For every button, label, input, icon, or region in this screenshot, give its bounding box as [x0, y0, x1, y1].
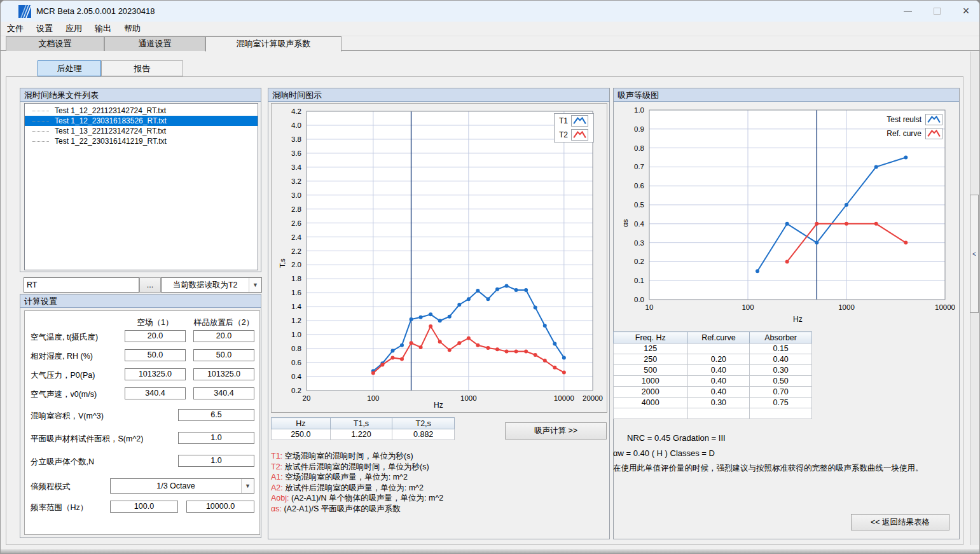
absorber-count-label: 分立吸声体个数,N [31, 457, 94, 467]
freq-range-to-field[interactable]: 10000.0 [186, 501, 254, 513]
calc-settings-form: 空场（1） 样品放置后（2） 空气温度, t(摄氏度) 20.0 20.0 相对… [24, 310, 260, 535]
svg-text:0.0: 0.0 [634, 296, 644, 303]
air-temp-field-2[interactable]: 20.0 [193, 330, 254, 342]
list-item[interactable]: Test 1_22_230316141219_RT.txt [25, 136, 258, 146]
menu-help[interactable]: 帮助 [118, 21, 147, 36]
svg-text:0.4: 0.4 [634, 220, 645, 228]
svg-text:10000: 10000 [935, 303, 955, 311]
list-item[interactable]: Test 1_13_221123142724_RT.txt [25, 126, 258, 136]
sample-area-field[interactable]: 1.0 [178, 432, 254, 444]
maximize-button[interactable] [922, 1, 951, 22]
col-header-refcurve: Ref.curve [687, 332, 750, 343]
svg-text:1.8: 1.8 [291, 275, 301, 282]
svg-text:0.8: 0.8 [291, 345, 301, 352]
absorber-count-field[interactable]: 1.0 [178, 455, 254, 467]
table-row: 250.0 1.220 0.882 [272, 429, 455, 440]
svg-text:2.0: 2.0 [291, 261, 301, 268]
svg-text:1.4: 1.4 [291, 303, 302, 310]
rating-chart-xlabel: Hz [793, 315, 803, 324]
table-row: 40000.300.75 [614, 398, 812, 408]
svg-text:3.6: 3.6 [291, 149, 301, 157]
humidity-label: 相对湿度, RH (%) [31, 351, 93, 362]
cell-t1: 1.220 [330, 429, 392, 440]
subtab-postprocess[interactable]: 后处理 [38, 60, 101, 76]
freq-range-from-field[interactable]: 100.0 [110, 501, 178, 513]
humidity-field-2[interactable]: 50.0 [193, 349, 254, 361]
advice-text: 在使用此单值评价量的时候，强烈建议与按照标准获得的完整的吸声系数曲线一块使用。 [613, 463, 923, 474]
humidity-field-1[interactable]: 50.0 [125, 349, 186, 361]
svg-text:0.2: 0.2 [291, 387, 301, 394]
list-item-selected[interactable]: Test 1_12_230316183526_RT.txt [25, 116, 258, 126]
svg-text:10: 10 [645, 303, 654, 311]
return-results-button[interactable]: << 返回结果表格 [851, 514, 949, 530]
collapse-left-icon: < [972, 251, 976, 258]
column-header-empty-room: 空场（1） [125, 317, 186, 328]
tab-page: 后处理 报告 混时间结果文件列表 Test 1_12_221123142724_… [3, 51, 979, 549]
list-item[interactable]: Test 1_12_221123142724_RT.txt [25, 106, 258, 116]
svg-text:1000: 1000 [838, 303, 855, 311]
sound-speed-field-1[interactable]: 340.4 [125, 387, 186, 399]
tree-branch-icon [32, 131, 49, 132]
pressure-field-1[interactable]: 101325.0 [125, 368, 186, 380]
tab-reverb-absorption[interactable]: 混响室计算吸声系数 [205, 36, 342, 52]
svg-text:0.4: 0.4 [291, 373, 302, 380]
column-header-with-sample: 样品放置后（2） [185, 317, 263, 328]
note-label: αs: [271, 504, 282, 513]
svg-text:2.6: 2.6 [291, 219, 301, 227]
tree-branch-icon [32, 121, 49, 121]
rating-legend-ref: Ref. curve [887, 127, 942, 140]
octave-mode-label: 倍频程模式 [31, 481, 71, 492]
browse-button[interactable]: ... [139, 277, 161, 293]
rating-legend-test: Test reulst [887, 113, 942, 126]
svg-text:1000: 1000 [460, 394, 477, 402]
menu-output[interactable]: 输出 [88, 21, 118, 36]
rt-chart-ylabel: T,s [279, 258, 286, 268]
col-header-t1: T1,s [330, 418, 392, 429]
rt-name-input[interactable]: RT [24, 277, 139, 293]
file-list-group-title: 混时间结果文件列表 [20, 88, 261, 102]
menu-apply[interactable]: 应用 [59, 21, 88, 36]
menu-file[interactable]: 文件 [1, 21, 30, 36]
menu-bar: 文件 设置 应用 输出 帮助 [1, 22, 980, 36]
col-header-t2: T2,s [392, 418, 455, 429]
col-header-absorber: Absorber [750, 332, 812, 343]
alphaw-result-text: αw = 0.40 ( H ) Classes = D [613, 448, 715, 458]
minimize-button[interactable] [893, 1, 922, 22]
air-temp-label: 空气温度, t(摄氏度) [31, 332, 98, 343]
air-temp-field-1[interactable]: 20.0 [125, 330, 186, 342]
sound-speed-field-2[interactable]: 340.4 [193, 387, 254, 399]
nrc-result-text: NRC = 0.45 Gradation = III [627, 433, 726, 443]
menu-settings[interactable]: 设置 [30, 21, 59, 36]
chevron-down-icon: ▼ [249, 278, 261, 292]
legend-curve-icon-test [925, 114, 942, 125]
absorption-calc-button[interactable]: 吸声计算 >> [505, 422, 607, 440]
svg-text:4.2: 4.2 [291, 107, 301, 115]
main-tab-bar: 文档设置 通道设置 混响室计算吸声系数 [1, 36, 980, 51]
room-volume-field[interactable]: 6.5 [178, 409, 254, 421]
rating-group-title: 吸声等级图 [614, 88, 959, 102]
freq-range-label: 频率范围（Hz） [31, 502, 88, 513]
svg-text:20000: 20000 [583, 394, 603, 402]
close-button[interactable]: × [951, 1, 980, 22]
data-read-combo[interactable]: 当前数据读取为T2 ▼ [161, 277, 262, 293]
subtab-report[interactable]: 报告 [101, 60, 183, 76]
table-row: 10000.400.50 [614, 376, 812, 387]
legend-curve-icon-t2 [571, 129, 588, 141]
svg-text:0.6: 0.6 [634, 182, 644, 190]
svg-text:0.6: 0.6 [291, 359, 301, 366]
legend-label-t2: T2 [559, 130, 568, 139]
panel-collapse-handle[interactable]: < [970, 195, 979, 313]
pressure-field-2[interactable]: 101325.0 [193, 368, 254, 380]
legend-curve-icon-ref [925, 128, 942, 139]
svg-text:0.7: 0.7 [634, 163, 644, 170]
tab-document-settings[interactable]: 文档设置 [6, 36, 104, 51]
tab-channel-settings[interactable]: 通道设置 [104, 36, 205, 51]
note-label: T1: [271, 452, 282, 461]
cell-freq: 250.0 [272, 429, 331, 440]
rt-file-list[interactable]: Test 1_12_221123142724_RT.txt Test 1_12_… [24, 103, 258, 270]
octave-mode-combo[interactable]: 1/3 Octave ▼ [110, 478, 254, 494]
svg-text:0.5: 0.5 [634, 201, 644, 209]
svg-text:0.3: 0.3 [634, 239, 644, 247]
svg-text:0.8: 0.8 [634, 144, 644, 152]
table-row: 2500.200.40 [614, 354, 812, 365]
